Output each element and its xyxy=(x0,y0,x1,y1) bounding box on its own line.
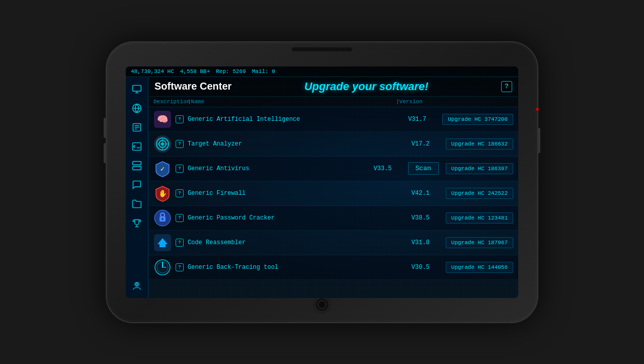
help-button[interactable]: ? xyxy=(501,81,512,92)
rep-value: Rep: 5269 xyxy=(216,68,246,75)
table-row: ? Generic Back-Tracing tool V30.5 Upgrad… xyxy=(148,255,518,280)
table-row: 🧠 ? Generic Artificial Intelligence V31.… xyxy=(148,107,518,132)
software-version-ai: V31.7 xyxy=(408,116,438,123)
content-header: Software Center Upgrade your software! ? xyxy=(148,77,518,97)
sidebar-item-globe[interactable] xyxy=(129,100,145,116)
header-banner: Upgrade your software! xyxy=(304,80,429,93)
table-row: ? Generic Password Cracker V38.5 Upgrade… xyxy=(148,206,518,231)
volume-down-button[interactable] xyxy=(104,143,106,163)
software-name-reassembler: Code Reassembler xyxy=(188,239,408,246)
screen: 48,739,324 HC 4,558 BB+ Rep: 5269 Mail: … xyxy=(126,66,518,298)
software-icon-antivirus: ✓ xyxy=(153,160,172,178)
table-row: ✓ ? Generic Antivirus V33.5 Scan Upgrade… xyxy=(148,157,518,181)
sidebar-item-chat[interactable] xyxy=(129,177,145,193)
main-content: Software Center Upgrade your software! ?… xyxy=(126,77,518,298)
software-icon-reassembler xyxy=(153,234,172,252)
info-button-firewall[interactable]: ? xyxy=(176,189,184,197)
upgrade-button-password[interactable]: Upgrade HC 123481 xyxy=(446,212,513,224)
software-table: 🧠 ? Generic Artificial Intelligence V31.… xyxy=(148,107,518,298)
upgrade-button-antivirus[interactable]: Upgrade HC 186397 xyxy=(446,163,513,174)
software-name-ai: Generic Artificial Intelligence xyxy=(188,116,404,123)
software-icon-target xyxy=(153,135,172,153)
sidebar-item-terminal[interactable] xyxy=(129,138,145,155)
sidebar-item-files[interactable] xyxy=(129,119,145,135)
software-icon-password xyxy=(153,209,172,227)
software-name-target: Target Analyzer xyxy=(188,140,408,148)
svg-rect-34 xyxy=(159,244,166,247)
page-title: Software Center xyxy=(154,81,231,92)
software-version-firewall: V42.1 xyxy=(412,190,442,197)
svg-point-31 xyxy=(162,218,164,220)
info-button-ai[interactable]: ? xyxy=(176,115,184,123)
sidebar-item-hacker[interactable] xyxy=(129,278,145,294)
scan-button[interactable]: Scan xyxy=(408,162,439,175)
col-name-header: |Name xyxy=(188,99,392,105)
software-version-target: V17.2 xyxy=(412,140,442,148)
software-version-backtrace: V30.5 xyxy=(412,264,442,271)
mail-count: Mail: 0 xyxy=(252,68,275,75)
info-button-backtrace[interactable]: ? xyxy=(176,263,184,271)
svg-text:🧠: 🧠 xyxy=(157,114,169,125)
camera xyxy=(314,297,330,312)
sidebar-item-monitor[interactable] xyxy=(129,81,145,97)
svg-text:✓: ✓ xyxy=(160,165,165,173)
status-bar: 48,739,324 HC 4,558 BB+ Rep: 5269 Mail: … xyxy=(126,66,518,77)
red-indicator xyxy=(536,108,539,111)
table-row: ? Code Reassembler V31.8 Upgrade HC 1879… xyxy=(148,231,518,255)
sidebar xyxy=(126,77,148,298)
hc-balance: 48,739,324 HC xyxy=(131,68,174,75)
table-header: Description |Name |Version xyxy=(148,97,518,107)
info-button-target[interactable]: ? xyxy=(176,140,184,148)
software-name-firewall: Generic Firewall xyxy=(188,190,408,197)
software-version-antivirus: V33.5 xyxy=(374,165,404,172)
content-area: Software Center Upgrade your software! ?… xyxy=(148,77,518,298)
svg-text:✋: ✋ xyxy=(158,189,168,198)
sidebar-item-folder[interactable] xyxy=(129,196,145,212)
svg-rect-11 xyxy=(133,161,141,165)
info-button-reassembler[interactable]: ? xyxy=(176,239,184,247)
volume-up-button[interactable] xyxy=(104,118,106,138)
sidebar-item-trophy[interactable] xyxy=(129,215,145,231)
col-desc-header: Description xyxy=(153,99,184,105)
svg-rect-0 xyxy=(133,85,141,91)
power-button[interactable] xyxy=(538,128,540,153)
upgrade-button-ai[interactable]: Upgrade HC 3747200 xyxy=(442,114,513,125)
bb-balance: 4,558 BB+ xyxy=(180,68,210,75)
upgrade-button-reassembler[interactable]: Upgrade HC 187967 xyxy=(446,237,513,248)
col-action-header xyxy=(435,99,513,105)
software-name-antivirus: Generic Antivirus xyxy=(188,165,370,172)
software-icon-backtrace xyxy=(153,258,172,276)
upgrade-button-backtrace[interactable]: Upgrade HC 144056 xyxy=(446,262,513,273)
info-button-password[interactable]: ? xyxy=(176,214,184,222)
table-row: ✋ ? Generic Firewall V42.1 Upgrade HC 24… xyxy=(148,181,518,206)
info-button-antivirus[interactable]: ? xyxy=(176,165,184,173)
upgrade-button-firewall[interactable]: Upgrade HC 242522 xyxy=(446,188,513,199)
svg-rect-12 xyxy=(133,166,141,170)
software-icon-ai: 🧠 xyxy=(153,110,172,128)
upgrade-button-target[interactable]: Upgrade HC 186632 xyxy=(446,138,513,150)
sidebar-item-server[interactable] xyxy=(129,158,145,174)
software-name-backtrace: Generic Back-Tracing tool xyxy=(188,264,408,271)
col-version-header: |Version xyxy=(396,99,431,105)
software-icon-firewall: ✋ xyxy=(153,184,172,202)
software-version-reassembler: V31.8 xyxy=(412,239,442,246)
software-version-password: V38.5 xyxy=(412,214,442,222)
software-name-password: Generic Password Cracker xyxy=(188,214,408,222)
table-row: ? Target Analyzer V17.2 Upgrade HC 18663… xyxy=(148,132,518,157)
phone-shell: 48,739,324 HC 4,558 BB+ Rep: 5269 Mail: … xyxy=(106,41,538,323)
